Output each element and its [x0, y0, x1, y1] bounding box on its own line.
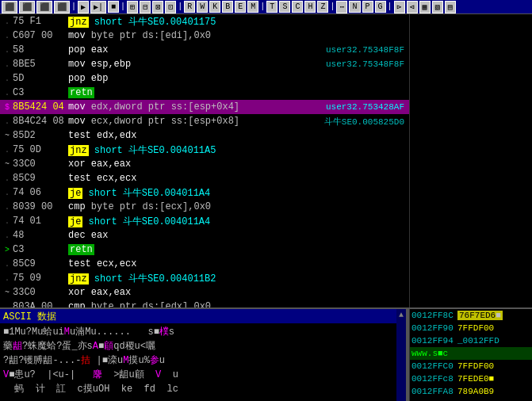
toolbar-btn-8[interactable]: ⊡ — [165, 1, 176, 13]
toolbar-btn-2[interactable]: ⬛ — [19, 1, 35, 13]
toolbar-btn-3[interactable]: ⬛ — [36, 1, 52, 13]
row-addr: 33C0 — [13, 158, 68, 170]
arrow-indicator: . — [2, 174, 13, 183]
table-row[interactable]: . 75 09 jnz short 斗牛SE0.004011B2 — [0, 271, 409, 285]
row-addr: 33C0 — [13, 287, 68, 298]
disasm-pane[interactable]: . 75 F1 jnz short 斗牛SE0.00401175 . C607 … — [0, 14, 409, 307]
table-row[interactable]: ~ 33C0 xor eax,eax — [0, 157, 409, 171]
main-area: . 75 F1 jnz short 斗牛SE0.00401175 . C607 … — [0, 14, 532, 307]
hex-row[interactable]: 0012FFc8 7FEDE0■ — [410, 372, 532, 385]
toolbar-btn-21[interactable]: N — [349, 1, 360, 13]
hex-addr: 0012FF90 — [411, 323, 457, 333]
row-instr: xor eax,eax — [68, 158, 281, 170]
table-row[interactable]: . 75 0D jnz short 斗牛SE0.004011A5 — [0, 143, 409, 157]
row-instr: test ecx,ecx — [68, 258, 281, 269]
table-row[interactable]: ~ 85D2 test edx,edx — [0, 128, 409, 143]
toolbar-btn-13[interactable]: E — [235, 1, 246, 13]
toolbar-btn-11[interactable]: K — [209, 1, 220, 13]
toolbar-btn-10[interactable]: W — [197, 1, 208, 13]
hex-addr: 0012FFc8 — [411, 374, 457, 384]
toolbar-btn-7[interactable]: ⊠ — [152, 1, 163, 13]
table-row[interactable]: . 85C9 test ecx,ecx — [0, 171, 409, 185]
arrow-indicator: . — [2, 17, 13, 26]
table-row[interactable]: . C607 00 mov byte ptr ds:[edi],0x0 — [0, 29, 409, 43]
table-row[interactable]: . 85C9 test ecx,ecx — [0, 257, 409, 271]
hex-row[interactable]: 0012FF90 7FFDF00 — [410, 322, 532, 334]
row-addr: C3 — [13, 244, 68, 255]
toolbar-btn-6[interactable]: ⊟ — [140, 1, 151, 13]
arrow-indicator: . — [2, 274, 13, 283]
toolbar-btn-18[interactable]: H — [304, 1, 316, 13]
toolbar-btn-9[interactable]: R — [184, 1, 195, 13]
toolbar-btn-28[interactable]: ▤ — [445, 1, 456, 13]
data-line-4: V■患u? |<u-| 麐 >龃u顅 V u — [3, 368, 393, 382]
arrow-indicator: . — [2, 189, 13, 197]
hex-pane[interactable]: 0012FF8C 76F7ED6■ 0012FF90 7FFDF00 0012F… — [409, 309, 532, 401]
row-instr: jnz short 斗牛SE0.004011B2 — [68, 272, 281, 285]
toolbar-run[interactable]: ▶ — [78, 1, 89, 13]
toolbar-btn-17[interactable]: C — [292, 1, 303, 13]
hex-val: _0012FFD — [457, 336, 499, 346]
row-addr: C3 — [13, 87, 68, 98]
toolbar-btn-5[interactable]: ⊞ — [127, 1, 138, 13]
table-row[interactable]: ~ 33C0 xor eax,eax — [0, 285, 409, 300]
row-comment: user32.75348F8F — [281, 59, 408, 69]
toolbar-btn-23[interactable]: G — [375, 1, 386, 13]
row-instr: jnz short 斗牛SE0.00401175 — [68, 15, 281, 29]
table-row[interactable]: . 74 01 je short 斗牛SE0.004011A4 — [0, 214, 409, 228]
table-row[interactable]: . 75 F1 jnz short 斗牛SE0.00401175 — [0, 14, 409, 29]
toolbar-btn-12[interactable]: B — [222, 1, 233, 13]
row-comment: user32.75348F8F — [281, 45, 408, 55]
arrow-indicator: . — [2, 231, 13, 240]
hex-row[interactable]: 0012FF8C 76F7ED6■ — [410, 309, 532, 322]
hex-val: 76F7ED6■ — [457, 311, 503, 320]
data-pane[interactable]: ASCII 数据 ■1Mu?Mu蛤uiМu湳Mu...... s■樸s 藥龃?蛛… — [0, 309, 396, 401]
table-row[interactable]: . 8BE5 mov esp,ebp user32.75348F8F — [0, 57, 409, 71]
table-row[interactable]: $ 8B5424 04 mov edx,dword ptr ss:[esp+0x… — [0, 100, 409, 114]
hex-row[interactable]: 0012FFA8 789A0B9 — [410, 385, 532, 398]
row-addr: 75 F1 — [13, 16, 68, 27]
toolbar-btn-22[interactable]: P — [362, 1, 373, 13]
toolbar-btn-20[interactable]: ⋯ — [336, 1, 347, 13]
table-row[interactable]: . 8039 00 cmp byte ptr ds:[ecx],0x0 — [0, 200, 409, 214]
toolbar-btn-26[interactable]: ▦ — [419, 1, 431, 13]
toolbar-btn-27[interactable]: ▧ — [432, 1, 443, 13]
table-row[interactable]: > C3 retn — [0, 243, 409, 257]
toolbar-stop[interactable]: ■ — [108, 1, 119, 13]
hex-row[interactable]: 0012FFC0 7FFDF00 — [410, 360, 532, 372]
table-row[interactable]: . 48 dec eax — [0, 228, 409, 243]
toolbar-btn-14[interactable]: M — [247, 1, 258, 13]
toolbar-btn-4[interactable]: ⬛ — [54, 1, 70, 13]
toolbar-btn-1[interactable]: ⬛ — [2, 1, 17, 13]
table-row[interactable]: . 8B4C24 08 mov ecx,dword ptr ss:[esp+0x… — [0, 114, 409, 128]
row-instr: test edx,edx — [68, 130, 281, 141]
table-row[interactable]: . 5D pop ebp — [0, 71, 409, 86]
arrow-indicator: . — [2, 32, 13, 40]
row-addr: 58 — [13, 44, 68, 55]
toolbar-btn-24[interactable]: ⊳ — [394, 1, 405, 13]
row-instr: mov byte ptr ds:[edi],0x0 — [68, 30, 281, 41]
table-row[interactable]: . C3 retn — [0, 86, 409, 100]
hex-row[interactable]: www.s■c — [410, 347, 532, 360]
arrow-indicator: . — [2, 203, 13, 212]
data-title: ASCII 数据 — [3, 310, 56, 323]
table-row[interactable]: . 803A 00 cmp byte ptr ds:[edx],0x0 — [0, 300, 409, 307]
hex-addr: www.s■c — [411, 349, 457, 358]
row-instr: cmp byte ptr ds:[edx],0x0 — [68, 301, 281, 307]
table-row[interactable]: . 74 06 je short 斗牛SE0.004011A4 — [0, 185, 409, 200]
hex-addr: 0012FF94 — [411, 336, 457, 346]
row-addr: 8039 00 — [13, 201, 68, 212]
table-row[interactable]: . 58 pop eax user32.75348F8F — [0, 43, 409, 57]
hex-val: 7FFDF00 — [457, 323, 494, 333]
toolbar-step[interactable]: ▶| — [90, 1, 106, 13]
toolbar-btn-25[interactable]: ⊲ — [407, 1, 418, 13]
toolbar-btn-19[interactable]: Z — [317, 1, 328, 13]
toolbar-btn-16[interactable]: S — [279, 1, 290, 13]
hex-row[interactable]: 0012FF94 _0012FFD — [410, 334, 532, 347]
hex-val: 7FEDE0■ — [457, 374, 494, 384]
arrow-indicator: . — [2, 117, 13, 126]
scroll-up[interactable]: ▲ — [399, 311, 404, 319]
arrow-indicator: ~ — [2, 288, 13, 297]
row-addr: C607 00 — [13, 30, 68, 41]
toolbar-btn-15[interactable]: T — [266, 1, 277, 13]
